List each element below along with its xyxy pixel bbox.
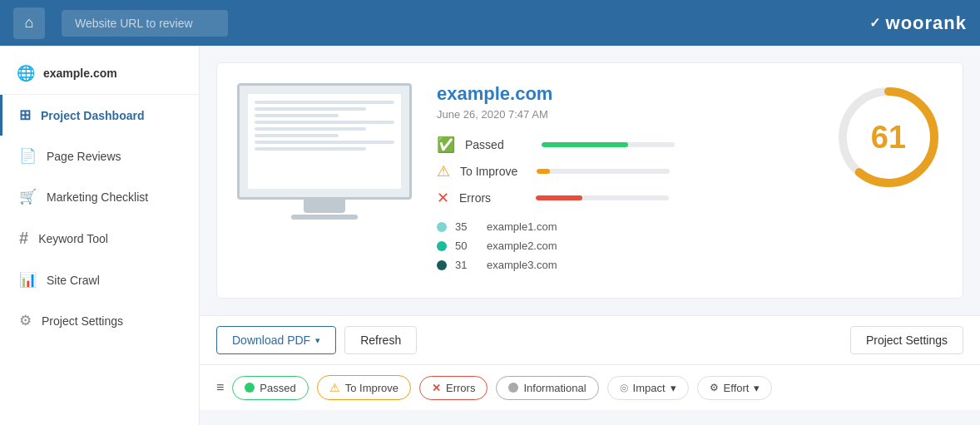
list-item: 35 example1.com [437, 220, 809, 233]
main-content: example.com June 26, 2020 7:47 AM ✅ Pass… [200, 46, 980, 425]
passed-chip-icon [245, 383, 255, 393]
errors-chip-icon: ✕ [432, 382, 441, 394]
chevron-down-icon: ▾ [315, 335, 320, 346]
score-circle: 61 [834, 83, 943, 191]
filter-bar: ≡ Passed ⚠ To Improve ✕ Errors Informati… [200, 365, 980, 410]
filter-chip-errors[interactable]: ✕ Errors [419, 376, 488, 400]
site-crawl-icon: 📊 [19, 271, 37, 289]
stat-row-errors: ✕ Errors [437, 189, 809, 207]
monitor-screen [237, 83, 412, 200]
to-improve-bar-fill [537, 169, 550, 174]
impact-chevron-icon: ▾ [671, 382, 676, 394]
errors-bar-track [536, 195, 669, 200]
stat-row-to-improve: ⚠ To Improve [437, 162, 809, 180]
download-pdf-button[interactable]: Download PDF ▾ [216, 326, 336, 354]
sidebar-item-site-crawl[interactable]: 📊 Site Crawl [0, 259, 199, 300]
filter-chip-informational[interactable]: Informational [496, 376, 598, 400]
comp-dot-2 [437, 241, 447, 251]
monitor-stand [304, 200, 345, 213]
sidebar-item-keyword-tool[interactable]: # Keyword Tool [0, 217, 199, 259]
main-layout: 🌐 example.com ⊞ Project Dashboard 📄 Page… [0, 46, 980, 425]
logo-check-icon: ✓ [869, 15, 881, 31]
dashboard-card: example.com June 26, 2020 7:47 AM ✅ Pass… [216, 62, 963, 299]
sidebar-item-label: Keyword Tool [38, 232, 108, 245]
site-info: example.com June 26, 2020 7:47 AM ✅ Pass… [437, 83, 809, 278]
monitor-line-1 [255, 101, 394, 104]
passed-chip-label: Passed [260, 382, 295, 394]
download-pdf-label: Download PDF [232, 334, 310, 347]
errors-bar-fill [536, 195, 582, 200]
sidebar-item-page-reviews[interactable]: 📄 Page Reviews [0, 136, 199, 176]
logo-text: woorank [886, 12, 967, 34]
sidebar-item-label: Page Reviews [47, 150, 121, 163]
sidebar-item-label: Marketing Checklist [47, 190, 148, 204]
to-improve-chip-icon: ⚠ [329, 381, 340, 394]
monitor-preview [237, 83, 412, 220]
effort-icon: ⚙ [710, 382, 719, 393]
monitor-line-3 [255, 114, 339, 117]
home-icon: ⌂ [25, 14, 34, 32]
domain-globe-icon: 🌐 [17, 64, 35, 82]
filter-chip-passed[interactable]: Passed [232, 376, 308, 400]
errors-icon: ✕ [437, 189, 449, 207]
project-dashboard-icon: ⊞ [19, 106, 31, 124]
impact-dropdown[interactable]: ◎ Impact ▾ [607, 376, 689, 400]
monitor-base [291, 215, 358, 220]
effort-dropdown[interactable]: ⚙ Effort ▾ [697, 376, 773, 400]
comp-dot-1 [437, 222, 447, 232]
comp-site-2: example2.com [487, 240, 557, 252]
effort-label: Effort [724, 382, 750, 394]
to-improve-chip-label: To Improve [345, 382, 398, 394]
errors-chip-label: Errors [446, 382, 475, 394]
monitor-line-4 [255, 121, 394, 124]
sidebar-domain-label: example.com [43, 67, 117, 80]
logo: ✓ woorank [869, 12, 967, 34]
filter-icon: ≡ [216, 380, 224, 395]
comp-dot-3 [437, 260, 447, 270]
to-improve-bar-track [537, 169, 670, 174]
to-improve-icon: ⚠ [437, 162, 450, 180]
passed-bar-track [542, 142, 675, 147]
informational-chip-icon [508, 383, 518, 393]
stat-row-passed: ✅ Passed [437, 136, 809, 154]
page-reviews-icon: 📄 [19, 147, 37, 165]
refresh-label: Refresh [360, 334, 401, 347]
comp-site-1: example1.com [487, 220, 557, 233]
monitor-line-2 [255, 107, 366, 111]
monitor-inner [248, 94, 401, 189]
passed-bar-fill [542, 142, 628, 147]
monitor-line-8 [255, 147, 366, 151]
effort-chevron-icon: ▾ [754, 382, 760, 394]
project-settings-button[interactable]: Project Settings [850, 326, 963, 354]
action-bar-left: Download PDF ▾ Refresh [216, 326, 417, 354]
monitor-line-6 [255, 134, 339, 137]
sidebar-item-project-settings[interactable]: ⚙ Project Settings [0, 300, 199, 341]
url-input[interactable] [62, 10, 228, 37]
sidebar-item-label: Site Crawl [47, 274, 100, 287]
action-bar: Download PDF ▾ Refresh Project Settings [200, 315, 980, 365]
sidebar-item-label: Project Settings [42, 314, 123, 328]
comp-score-3: 31 [455, 259, 478, 271]
impact-icon: ◎ [620, 382, 628, 393]
comp-score-1: 35 [455, 220, 478, 233]
project-settings-label: Project Settings [866, 334, 948, 347]
site-date: June 26, 2020 7:47 AM [437, 108, 809, 121]
comparison-list: 35 example1.com 50 example2.com 31 examp… [437, 220, 809, 271]
project-settings-icon: ⚙ [19, 312, 32, 329]
home-button[interactable]: ⌂ [13, 7, 45, 39]
site-url: example.com [437, 83, 809, 105]
sidebar-item-label: Project Dashboard [41, 109, 144, 122]
refresh-button[interactable]: Refresh [344, 326, 417, 354]
monitor-line-5 [255, 127, 366, 131]
monitor-line-7 [255, 141, 394, 144]
errors-label: Errors [459, 191, 526, 205]
sidebar-item-marketing-checklist[interactable]: 🛒 Marketing Checklist [0, 176, 199, 217]
to-improve-label: To Improve [460, 165, 527, 178]
marketing-checklist-icon: 🛒 [19, 188, 37, 205]
passed-icon: ✅ [437, 136, 455, 154]
list-item: 50 example2.com [437, 240, 809, 252]
passed-label: Passed [465, 138, 532, 151]
sidebar-item-project-dashboard[interactable]: ⊞ Project Dashboard [0, 95, 199, 136]
filter-chip-to-improve[interactable]: ⚠ To Improve [317, 375, 411, 400]
score-number: 61 [871, 120, 906, 156]
